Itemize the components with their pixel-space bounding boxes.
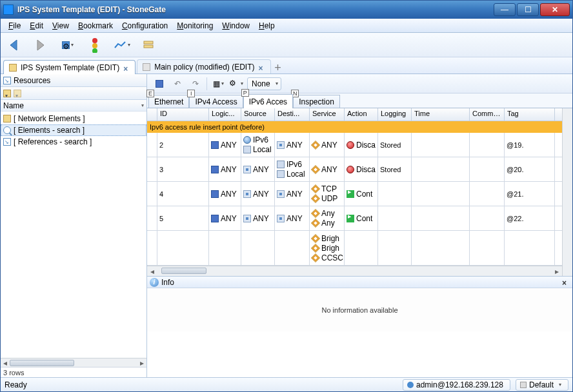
sidebar-column-header[interactable]: Name ▾: [1, 100, 146, 112]
grid-h-scrollbar[interactable]: ◂ ▸: [147, 266, 562, 276]
folder-icon: [3, 115, 11, 122]
resources-icon: [3, 77, 11, 84]
doc-tab-ips-template[interactable]: IPS System Template (EDIT) ×: [3, 60, 136, 74]
tree-item-network-elements[interactable]: [ Network Elements ]: [1, 113, 146, 124]
sidebar-header: Resources: [1, 74, 146, 87]
col-id[interactable]: ID: [157, 108, 209, 121]
doc-tab-label: IPS System Template (EDIT): [21, 63, 119, 72]
svg-point-1: [92, 43, 97, 48]
sidebar-folder2-dropdown[interactable]: [14, 90, 21, 97]
info-icon: i: [150, 278, 159, 287]
tab-ethernet[interactable]: EEthernet: [148, 95, 189, 108]
status-button[interactable]: [83, 35, 106, 55]
menu-window[interactable]: Window: [218, 20, 254, 32]
select-mode-dropdown[interactable]: ▦: [211, 77, 225, 91]
app-window: IPS System Template (EDIT) - StoneGate —…: [0, 0, 573, 392]
rules-toolbar: ↶ ↷ ▦ ⚙ None: [147, 74, 572, 93]
scroll-right-icon[interactable]: ▸: [552, 266, 562, 277]
document-tabs: IPS System Template (EDIT) × Main policy…: [1, 57, 572, 74]
info-header: i Info ×: [147, 277, 572, 288]
nav-forward-button[interactable]: [30, 35, 52, 55]
rules-grid: ID Logic... Source Desti... Service Acti…: [147, 108, 572, 377]
table-row[interactable]: 3ANYANYIPv6LocalANYDiscaStored@20.: [147, 157, 562, 182]
table-row[interactable]: 4ANYANYANYTCPUDPCont@21.: [147, 182, 562, 206]
tree-item-references-search[interactable]: [ References - search ]: [1, 136, 146, 148]
profile-icon: [520, 382, 527, 388]
status-profile-dropdown[interactable]: Default: [516, 379, 568, 391]
nav-back-button[interactable]: [5, 35, 26, 55]
sidebar: Resources Name ▾ [ Network Elements ] [ …: [1, 74, 147, 377]
col-logic[interactable]: Logic...: [209, 108, 241, 121]
user-icon: [407, 382, 414, 388]
close-info-button[interactable]: ×: [562, 279, 570, 286]
col-comment[interactable]: Comment: [470, 108, 505, 121]
doc-icon: [9, 64, 17, 72]
close-tab-icon[interactable]: ×: [259, 64, 265, 70]
col-source[interactable]: Source: [241, 108, 275, 121]
col-logging[interactable]: Logging: [378, 108, 412, 121]
doc-icon: [143, 63, 150, 71]
sidebar-h-scrollbar[interactable]: ◂ ▸: [1, 358, 146, 367]
tools-dropdown[interactable]: ⚙: [56, 35, 79, 55]
scroll-thumb[interactable]: [10, 360, 74, 366]
col-tag[interactable]: Tag: [505, 108, 555, 121]
menu-bookmark[interactable]: Bookmark: [74, 20, 117, 32]
sidebar-folder-dropdown[interactable]: [3, 90, 11, 97]
sidebar-toolbar: [1, 87, 146, 100]
sidebar-row-count: 3 rows: [1, 367, 146, 377]
undo-button[interactable]: ↶: [170, 77, 185, 91]
tab-inspection[interactable]: NInspection: [293, 95, 340, 108]
table-row[interactable]: 5ANYANYANYAnyAnyCont@22.: [147, 206, 562, 231]
statusbar: Ready admin@192.168.239.128 Default: [1, 377, 572, 391]
scroll-right-icon[interactable]: ▸: [137, 358, 146, 368]
tab-ipv4-access[interactable]: IIPv4 Access: [189, 95, 243, 108]
info-body: No information available: [147, 288, 572, 331]
insert-point-row[interactable]: Ipv6 access rule insert point (before): [147, 121, 562, 133]
table-row[interactable]: BrighBrighCCSC: [147, 231, 562, 266]
menu-help[interactable]: Help: [255, 20, 279, 32]
grid-header[interactable]: ID Logic... Source Desti... Service Acti…: [147, 108, 562, 121]
status-user[interactable]: admin@192.168.239.128: [403, 379, 510, 391]
tab-ipv6-access[interactable]: PIPv6 Acces: [243, 94, 293, 108]
stack-button[interactable]: [137, 35, 161, 55]
col-service[interactable]: Service: [310, 108, 345, 121]
status-ready: Ready: [5, 380, 397, 389]
menu-edit[interactable]: Edit: [26, 20, 47, 32]
svg-rect-4: [144, 45, 153, 48]
grid-v-scrollbar[interactable]: [562, 108, 572, 276]
table-row[interactable]: 2ANYIPv6LocalANYANYDiscaStored@19.: [147, 133, 562, 157]
close-tab-icon[interactable]: ×: [123, 64, 130, 71]
minimize-button[interactable]: —: [494, 3, 516, 16]
sidebar-title: Resources: [14, 76, 50, 85]
references-icon: [3, 138, 11, 146]
app-icon: [3, 5, 14, 15]
maximize-button[interactable]: ☐: [517, 3, 539, 16]
info-title: Info: [161, 278, 174, 287]
sidebar-tree: [ Network Elements ] [ Elements - search…: [1, 112, 146, 358]
add-tab-button[interactable]: +: [272, 62, 284, 74]
svg-point-0: [92, 38, 97, 43]
search-icon: [3, 126, 11, 134]
menu-file[interactable]: File: [5, 20, 25, 32]
tree-item-elements-search[interactable]: [ Elements - search ]: [1, 124, 146, 136]
scroll-left-icon[interactable]: ◂: [147, 266, 157, 277]
scroll-left-icon[interactable]: ◂: [1, 358, 10, 368]
menu-configuration[interactable]: Configuration: [118, 20, 172, 32]
rule-tabs: EEthernet IIPv4 Access PIPv6 Acces NInsp…: [147, 93, 572, 108]
main-toolbar: ⚙: [1, 33, 572, 57]
svg-point-2: [92, 48, 97, 53]
close-button[interactable]: ✕: [540, 3, 570, 16]
doc-tab-main-policy[interactable]: Main policy (modified) (EDIT) ×: [137, 59, 270, 74]
col-time[interactable]: Time: [412, 108, 470, 121]
col-action[interactable]: Action: [345, 108, 378, 121]
titlebar[interactable]: IPS System Template (EDIT) - StoneGate —…: [1, 1, 572, 19]
chart-dropdown[interactable]: [110, 35, 134, 55]
col-destination[interactable]: Desti...: [275, 108, 310, 121]
filter-none-dropdown[interactable]: None: [247, 77, 281, 90]
scroll-thumb[interactable]: [161, 268, 206, 274]
menu-view[interactable]: View: [48, 20, 73, 32]
redo-button[interactable]: ↷: [188, 77, 203, 91]
save-button[interactable]: [152, 77, 166, 91]
menubar: File Edit View Bookmark Configuration Mo…: [1, 19, 572, 33]
menu-monitoring[interactable]: Monitoring: [173, 20, 217, 32]
